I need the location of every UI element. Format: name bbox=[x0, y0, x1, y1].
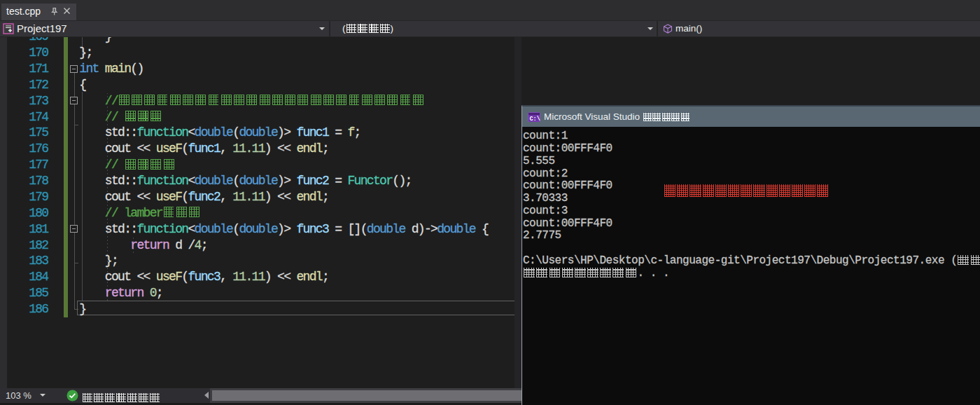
svg-text:C:\: C:\ bbox=[530, 115, 540, 122]
